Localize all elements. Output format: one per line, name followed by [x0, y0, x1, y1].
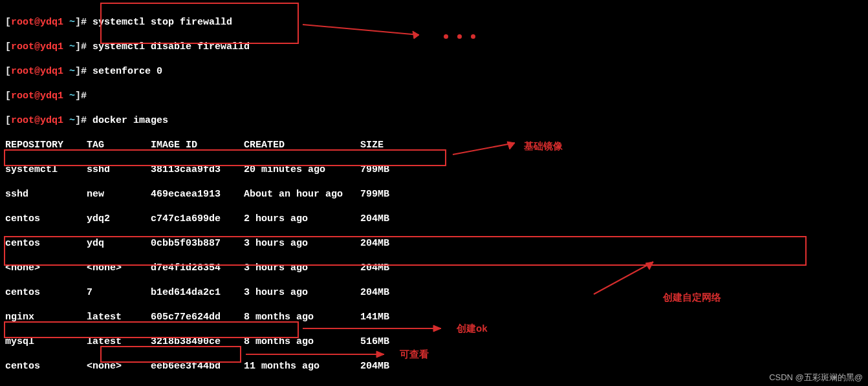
svg-marker-1	[413, 31, 419, 39]
arrow-icon	[453, 139, 524, 158]
table-row: centos ydq2 c747c1a699de 2 hours ago 204…	[5, 213, 863, 225]
arrow-icon	[303, 19, 432, 39]
prompt-line[interactable]: [root@ydq1 ~]# systemctl disable firewal…	[5, 41, 863, 53]
table-row: sshd new 469ecaea1913 About an hour ago …	[5, 188, 863, 200]
table-row: centos 7 b1ed614da2c1 3 hours ago 204MB	[5, 286, 863, 299]
prompt-line[interactable]: [root@ydq1 ~]# docker images	[5, 114, 863, 127]
svg-marker-9	[376, 351, 384, 358]
table-header: REPOSITORY TAG IMAGE ID CREATED SIZE	[5, 139, 863, 151]
svg-line-4	[594, 262, 653, 294]
table-row: centos <none> eeb6ee3f44bd 11 months ago…	[5, 360, 863, 372]
table-row: mysql latest 3218b38490ce 8 months ago 5…	[5, 336, 863, 348]
annotation-create-network: 创建自定网络	[663, 291, 721, 303]
annotation-can-view: 可查看	[400, 348, 429, 360]
watermark: CSDN @五彩斑斓的黑@	[769, 371, 863, 383]
annotation-created-ok: 创建ok	[457, 322, 488, 334]
annotation-base-image: 基础镜像	[524, 140, 563, 152]
ellipsis-dots	[444, 34, 475, 39]
table-row: systemctl sshd 38113caa9fd3 20 minutes a…	[5, 164, 863, 176]
svg-line-2	[453, 143, 515, 155]
arrow-icon	[589, 262, 666, 301]
svg-marker-7	[433, 325, 441, 332]
arrow-icon	[303, 323, 451, 334]
svg-line-0	[303, 25, 419, 35]
svg-marker-3	[507, 142, 515, 149]
table-row: <none> <none> d7e4f1d28354 3 hours ago 2…	[5, 262, 863, 274]
arrow-icon	[246, 349, 395, 359]
table-row: nginx latest 605c77e624dd 8 months ago 1…	[5, 311, 863, 323]
prompt-line[interactable]: [root@ydq1 ~]# systemctl stop firewalld	[5, 16, 863, 28]
table-row: centos ydq 0cbb5f03b887 3 hours ago 204M…	[5, 237, 863, 250]
prompt-line[interactable]: [root@ydq1 ~]# setenforce 0	[5, 65, 863, 78]
prompt-line[interactable]: [root@ydq1 ~]#	[5, 90, 863, 102]
